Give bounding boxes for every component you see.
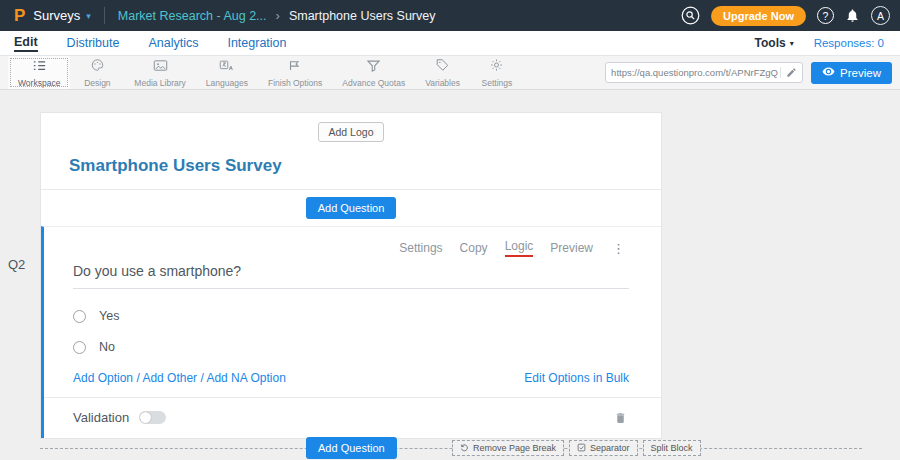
edit-url-pencil-icon[interactable] [780,67,797,78]
question-block: Settings Copy Logic Preview ⋮ Do you use… [41,226,661,438]
answer-option-label[interactable]: No [99,340,115,354]
toolbar-item-variables[interactable]: Variables [415,56,470,89]
gear-icon [489,58,504,76]
remove-page-break-label: Remove Page Break [473,443,556,453]
toolbar-item-label: Variables [425,78,460,88]
topbar-divider [104,7,105,24]
workspace-list-icon [32,58,47,76]
validation-row: Validation [44,397,661,438]
question-preview-tab[interactable]: Preview [550,241,593,255]
questionpro-app: P Surveys ▾ Market Research - Aug 2... ›… [0,0,900,460]
translate-icon [219,58,234,76]
toolbar-item-label: Media Library [134,78,186,88]
survey-card: Add Logo Smartphone Users Survey Add Que… [40,112,662,439]
breadcrumb-separator-icon: › [276,8,280,23]
separator-button[interactable]: Separator [569,440,638,456]
main-nav: Edit Distribute Analytics Integration To… [0,31,900,56]
survey-url-input[interactable] [611,67,780,78]
funnel-icon [366,58,381,76]
topbar-actions: Upgrade Now ? A [681,6,890,26]
toolbar-item-design[interactable]: Design [70,56,124,89]
page-break-dashed-line [40,448,862,449]
toolbar-item-label: Advance Quotas [342,78,405,88]
checkbox-checked-icon [577,443,586,454]
breadcrumb-current: Smartphone Users Survey [289,9,436,23]
tools-menu[interactable]: Tools ▾ [755,36,794,50]
question-controls: Settings Copy Logic Preview ⋮ [44,227,661,259]
product-switcher[interactable]: Surveys ▾ [33,8,91,23]
toolbar-item-finish-options[interactable]: Finish Options [258,56,332,89]
toolbar-item-media-library[interactable]: Media Library [124,56,196,89]
tools-label: Tools [755,36,786,50]
add-question-button-bottom[interactable]: Add Question [306,437,397,459]
toolbar-item-label: Finish Options [268,78,322,88]
preview-label: Preview [840,67,881,79]
help-icon[interactable]: ? [817,7,834,24]
tab-edit[interactable]: Edit [14,35,38,52]
add-other-link[interactable]: Add Other [142,371,197,385]
tag-icon [435,58,450,76]
nav-right: Tools ▾ Responses: 0 [755,36,886,50]
editor-toolbar: Workspace Design Media Library Languages [0,56,900,90]
add-na-option-link[interactable]: Add NA Option [206,371,285,385]
tab-distribute[interactable]: Distribute [67,36,120,51]
notifications-bell-icon[interactable] [845,8,860,23]
separator-label: Separator [590,443,630,453]
question-number: Q2 [8,257,25,272]
preview-button[interactable]: Preview [811,62,892,84]
toolbar-item-label: Languages [206,78,248,88]
topbar: P Surveys ▾ Market Research - Aug 2... ›… [0,0,900,31]
answer-option-yes[interactable]: Yes [73,309,661,323]
validation-toggle[interactable] [139,411,166,424]
add-logo-row: Add Logo [41,113,661,144]
question-settings-tab[interactable]: Settings [399,241,442,255]
option-actions-row: Add Option / Add Other / Add NA Option E… [73,371,629,385]
answer-option-no[interactable]: No [73,340,661,354]
palette-icon [90,58,105,76]
radio-button-icon[interactable] [73,341,86,354]
radio-button-icon[interactable] [73,310,86,323]
add-logo-button[interactable]: Add Logo [318,122,385,142]
question-copy-tab[interactable]: Copy [460,241,488,255]
question-logic-tab[interactable]: Logic [505,239,534,257]
answer-options: Yes No [73,309,661,354]
question-more-menu-icon[interactable]: ⋮ [612,241,625,256]
tab-integration[interactable]: Integration [227,36,286,51]
toolbar-items: Workspace Design Media Library Languages [8,56,524,89]
editor-canvas: Q2 Add Logo Smartphone Users Survey Add … [0,90,900,460]
toolbar-item-settings[interactable]: Settings [470,56,524,89]
remove-page-break-button[interactable]: Remove Page Break [452,440,564,456]
add-option-link[interactable]: Add Option [73,371,133,385]
add-question-row-top: Add Question [41,190,661,226]
toolbar-item-label: Workspace [18,78,60,88]
responses-count[interactable]: Responses: 0 [814,37,884,49]
undo-loop-icon [460,443,469,454]
search-icon[interactable] [681,6,700,25]
answer-option-label[interactable]: Yes [99,309,119,323]
toolbar-item-languages[interactable]: Languages [196,56,258,89]
survey-url-box [605,62,803,83]
upgrade-now-button[interactable]: Upgrade Now [711,6,806,26]
questionpro-logo[interactable]: P [14,6,25,26]
toolbar-item-advance-quotas[interactable]: Advance Quotas [332,56,415,89]
split-block-label: Split Block [651,443,693,453]
link-separator: / [133,371,142,385]
toolbar-right: Preview [605,62,892,84]
split-block-button[interactable]: Split Block [643,440,701,456]
toolbar-item-label: Design [84,78,110,88]
breadcrumb-parent[interactable]: Market Research - Aug 2... [118,9,267,23]
question-text-field[interactable]: Do you use a smartphone? [73,263,629,289]
delete-question-trash-icon[interactable] [614,411,627,425]
user-avatar[interactable]: A [871,6,890,25]
breadcrumb: Market Research - Aug 2... › Smartphone … [118,8,436,23]
add-question-button-top[interactable]: Add Question [306,197,397,219]
chevron-down-icon: ▾ [86,11,91,21]
edit-options-in-bulk-link[interactable]: Edit Options in Bulk [524,371,629,385]
eye-icon [822,65,835,80]
survey-title[interactable]: Smartphone Users Survey [41,144,661,189]
toolbar-item-workspace[interactable]: Workspace [8,56,70,89]
finish-flag-icon [288,58,303,76]
image-icon [153,58,168,76]
tab-analytics[interactable]: Analytics [148,36,198,51]
product-name: Surveys [33,8,80,23]
